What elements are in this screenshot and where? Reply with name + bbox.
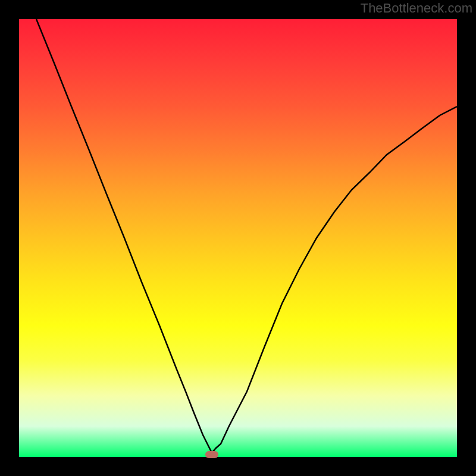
- watermark-text: TheBottleneck.com: [361, 1, 472, 16]
- plot-area: [19, 19, 457, 457]
- optimal-marker: [205, 451, 218, 458]
- curve-svg: [19, 19, 457, 457]
- bottleneck-curve: [36, 19, 457, 453]
- chart-frame: TheBottleneck.com: [0, 0, 476, 476]
